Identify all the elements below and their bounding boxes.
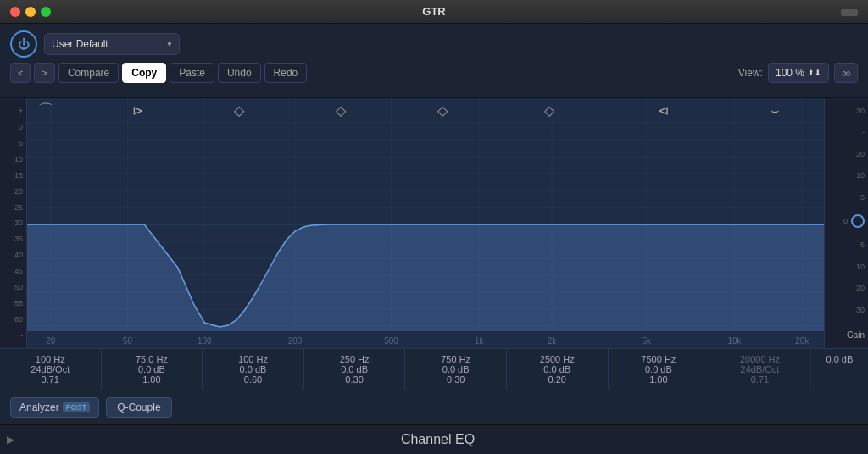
band2-icon: ⊳ — [132, 103, 143, 118]
bottom-section: 100 Hz 24dB/Oct 0.71 75.0 Hz 0.0 dB 1.00… — [0, 348, 868, 424]
band6-gain: 0.0 dB — [543, 364, 570, 374]
qcouple-button[interactable]: Q-Couple — [106, 397, 171, 418]
title-bar: GTR — [0, 0, 868, 24]
band5-freq: 750 Hz — [441, 354, 470, 364]
toolbar-row1: ⏻ User Default — [10, 30, 858, 58]
minimize-button[interactable] — [25, 7, 36, 17]
svg-text:20k: 20k — [795, 336, 809, 346]
power-button[interactable]: ⏻ — [10, 30, 37, 58]
traffic-lights — [10, 7, 51, 17]
band8-gain: 24dB/Oct — [741, 364, 780, 374]
band6-icon: ◇ — [544, 103, 555, 118]
band-param-7: 7500 Hz 0.0 dB 1.00 — [609, 349, 710, 390]
svg-text:20: 20 — [46, 336, 55, 346]
svg-text:200: 200 — [288, 336, 303, 346]
maximize-button[interactable] — [41, 7, 51, 17]
band-params-row: 100 Hz 24dB/Oct 0.71 75.0 Hz 0.0 dB 1.00… — [0, 349, 868, 390]
band4-gain: 0.0 dB — [341, 364, 368, 374]
svg-text:2k: 2k — [548, 336, 556, 346]
eq-grid-svg: 20 50 100 200 500 1k 2k 5k 10k 20k — [27, 98, 824, 348]
band2-q: 1.00 — [142, 374, 160, 385]
play-icon[interactable]: ▶ — [7, 434, 14, 446]
preset-dropdown[interactable]: User Default — [44, 33, 180, 55]
band5-q: 0.30 — [447, 374, 465, 385]
svg-text:100: 100 — [198, 336, 212, 346]
gain-circle[interactable] — [851, 214, 865, 228]
band7-gain: 0.0 dB — [645, 364, 672, 374]
band-param-6: 2500 Hz 0.0 dB 0.20 — [507, 349, 609, 390]
forward-button[interactable]: > — [34, 63, 54, 83]
svg-text:10k: 10k — [727, 336, 741, 346]
toolbar: ⏻ User Default < > Compare Copy Paste Un… — [0, 24, 868, 98]
band6-q: 0.20 — [548, 374, 566, 385]
band-param-1: 100 Hz 24dB/Oct 0.71 — [0, 349, 102, 390]
paste-button[interactable]: Paste — [170, 63, 214, 83]
svg-text:50: 50 — [123, 336, 132, 346]
compare-button[interactable]: Compare — [58, 63, 119, 83]
analyzer-button[interactable]: Analyzer POST — [10, 397, 99, 418]
band1-q: 0.71 — [42, 374, 59, 385]
band8-freq: 20000 Hz — [740, 354, 780, 364]
band7-icon: ⊲ — [658, 103, 669, 118]
view-pct-control[interactable]: 100 % ⬆⬇ — [768, 63, 829, 83]
copy-button[interactable]: Copy — [122, 63, 166, 83]
post-badge: POST — [63, 402, 91, 412]
band5-gain: 0.0 dB — [442, 364, 470, 374]
band8-icon: ⌣ — [771, 103, 780, 118]
back-button[interactable]: < — [10, 63, 31, 83]
band-param-3: 100 Hz 0.0 dB 0.60 — [203, 349, 304, 390]
band8-q: 0.71 — [751, 374, 769, 385]
main-container: ⏻ User Default < > Compare Copy Paste Un… — [0, 24, 868, 454]
view-label: View: — [738, 67, 763, 79]
band2-gain: 0.0 dB — [138, 364, 165, 374]
preset-wrapper: User Default — [44, 33, 180, 55]
undo-button[interactable]: Undo — [218, 63, 261, 83]
link-button[interactable]: ∞ — [834, 63, 858, 83]
window-resize-icon — [841, 9, 858, 16]
band3-freq: 100 Hz — [238, 354, 268, 364]
band1-gain: 24dB/Oct — [31, 364, 70, 374]
band1-icon: ⌒ — [38, 102, 53, 119]
gain-value: 0.0 dB — [826, 354, 853, 364]
band1-freq: 100 Hz — [36, 354, 65, 364]
gain-label: Gain — [847, 330, 865, 340]
band6-freq: 2500 Hz — [540, 354, 575, 364]
band5-icon: ◇ — [437, 103, 448, 118]
eq-section: ⌒ ⊳ ◇ ◇ ◇ ◇ ⊲ ⌣ + 0 5 10 15 20 25 30 35 — [0, 98, 868, 348]
svg-text:1k: 1k — [475, 336, 483, 346]
window-right-controls — [841, 4, 858, 19]
band3-icon: ◇ — [234, 103, 245, 118]
view-section: View: 100 % ⬆⬇ ∞ — [738, 63, 858, 83]
band-icons-row: ⌒ ⊳ ◇ ◇ ◇ ◇ ⊲ ⌣ — [27, 98, 834, 122]
band7-freq: 7500 Hz — [641, 354, 676, 364]
svg-text:500: 500 — [384, 336, 398, 346]
band3-gain: 0.0 dB — [240, 364, 267, 374]
band4-icon: ◇ — [336, 103, 347, 118]
right-db-scale: 30 - 20 10 5 0 5 10 20 30 Gain — [824, 98, 868, 348]
band7-q: 1.00 — [649, 374, 667, 385]
band-param-5: 750 Hz 0.0 dB 0.30 — [405, 349, 507, 390]
toolbar-row2: < > Compare Copy Paste Undo Redo View: 1… — [10, 63, 858, 83]
eq-canvas[interactable]: 20 50 100 200 500 1k 2k 5k 10k 20k — [27, 98, 824, 348]
bottom-buttons: Analyzer POST Q-Couple — [0, 390, 868, 424]
band-param-8: 20000 Hz 24dB/Oct 0.71 — [709, 349, 811, 390]
band4-q: 0.30 — [345, 374, 363, 385]
window-title: GTR — [422, 5, 445, 18]
band3-q: 0.60 — [244, 374, 262, 385]
band-param-4: 250 Hz 0.0 dB 0.30 — [304, 349, 406, 390]
left-db-scale: + 0 5 10 15 20 25 30 35 40 45 50 55 60 - — [0, 98, 27, 348]
redo-button[interactable]: Redo — [264, 63, 308, 83]
band-param-2: 75.0 Hz 0.0 dB 1.00 — [102, 349, 203, 390]
band2-freq: 75.0 Hz — [136, 354, 168, 364]
plugin-label-bar: ▶ Channel EQ — [0, 424, 868, 454]
plugin-name: Channel EQ — [401, 432, 475, 446]
gain-param: 0.0 dB — [811, 349, 868, 390]
band4-freq: 250 Hz — [340, 354, 370, 364]
close-button[interactable] — [10, 7, 20, 17]
svg-text:5k: 5k — [642, 336, 650, 346]
